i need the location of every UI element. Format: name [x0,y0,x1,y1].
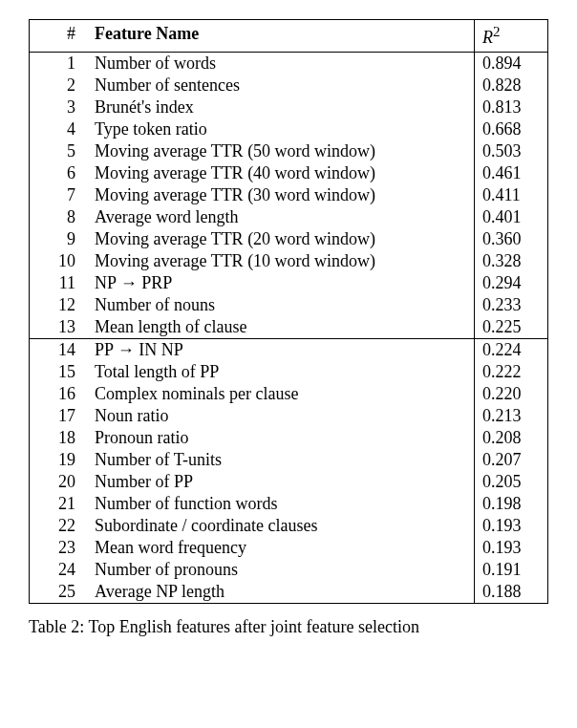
row-r2: 0.205 [475,471,548,493]
row-num: 3 [30,96,88,118]
table-row: 24Number of pronouns0.191 [30,559,548,581]
table-row: 4Type token ratio0.668 [30,118,548,140]
table-row: 23Mean word frequency0.193 [30,537,548,559]
row-num: 23 [30,537,88,559]
row-feature: Total length of PP [87,361,475,383]
row-r2: 0.294 [475,272,548,294]
row-num: 7 [30,184,88,206]
header-feature: Feature Name [87,20,475,53]
row-num: 4 [30,118,88,140]
row-r2: 0.198 [475,493,548,515]
row-r2: 0.224 [475,339,548,362]
row-num: 2 [30,75,88,96]
row-feature: Moving average TTR (50 word window) [87,140,475,162]
row-num: 17 [30,405,88,427]
table-row: 17Noun ratio0.213 [30,405,548,427]
table-row: 19Number of T-units0.207 [30,449,548,471]
row-feature: PP → IN NP [87,339,475,362]
row-feature: Moving average TTR (20 word window) [87,228,475,250]
row-r2: 0.188 [475,581,548,604]
row-num: 21 [30,493,88,515]
table-row: 12Number of nouns0.233 [30,294,548,316]
row-num: 25 [30,581,88,604]
row-r2: 0.668 [475,118,548,140]
row-num: 24 [30,559,88,581]
table-row: 3Brunét's index0.813 [30,96,548,118]
r-symbol: R [482,28,493,47]
row-feature: Subordinate / coordinate clauses [87,515,475,537]
table-row: 10Moving average TTR (10 word window)0.3… [30,250,548,272]
table-row: 20Number of PP0.205 [30,471,548,493]
row-num: 18 [30,427,88,449]
row-r2: 0.328 [475,250,548,272]
row-feature: Number of T-units [87,449,475,471]
row-r2: 0.207 [475,449,548,471]
row-feature: Type token ratio [87,118,475,140]
table-row: 15Total length of PP0.222 [30,361,548,383]
row-feature: Number of function words [87,493,475,515]
row-r2: 0.813 [475,96,548,118]
row-r2: 0.233 [475,294,548,316]
row-num: 9 [30,228,88,250]
row-num: 10 [30,250,88,272]
row-num: 19 [30,449,88,471]
row-feature: Complex nominals per clause [87,383,475,405]
row-feature: Number of PP [87,471,475,493]
table-body-group2: 14PP → IN NP0.22415Total length of PP0.2… [30,339,548,604]
row-feature: Number of pronouns [87,559,475,581]
feature-table: # Feature Name R2 1Number of words0.8942… [29,19,548,604]
row-feature: Average word length [87,206,475,228]
row-r2: 0.193 [475,537,548,559]
table-caption: Table 2: Top English features after join… [29,617,548,637]
table-row: 5Moving average TTR (50 word window)0.50… [30,140,548,162]
row-num: 16 [30,383,88,405]
row-feature: Moving average TTR (30 word window) [87,184,475,206]
row-feature: Brunét's index [87,96,475,118]
row-feature: Noun ratio [87,405,475,427]
table-row: 14PP → IN NP0.224 [30,339,548,362]
row-r2: 0.828 [475,75,548,96]
row-num: 1 [30,53,88,75]
table-row: 7Moving average TTR (30 word window)0.41… [30,184,548,206]
row-r2: 0.193 [475,515,548,537]
row-num: 13 [30,316,88,339]
row-feature: Number of nouns [87,294,475,316]
table-row: 6Moving average TTR (40 word window)0.46… [30,162,548,184]
row-num: 12 [30,294,88,316]
row-num: 22 [30,515,88,537]
row-feature: Mean length of clause [87,316,475,339]
table-row: 25Average NP length0.188 [30,581,548,604]
table-row: 18Pronoun ratio0.208 [30,427,548,449]
row-feature: Number of words [87,53,475,75]
row-r2: 0.222 [475,361,548,383]
table-row: 1Number of words0.894 [30,53,548,75]
table-row: 9Moving average TTR (20 word window)0.36… [30,228,548,250]
row-r2: 0.191 [475,559,548,581]
table-row: 8Average word length0.401 [30,206,548,228]
row-r2: 0.503 [475,140,548,162]
row-num: 8 [30,206,88,228]
row-feature: Number of sentences [87,75,475,96]
row-r2: 0.360 [475,228,548,250]
row-num: 20 [30,471,88,493]
header-num: # [30,20,88,53]
row-num: 11 [30,272,88,294]
row-r2: 0.220 [475,383,548,405]
row-feature: Pronoun ratio [87,427,475,449]
row-feature: Average NP length [87,581,475,604]
row-feature: NP → PRP [87,272,475,294]
table-header-row: # Feature Name R2 [30,20,548,53]
row-r2: 0.401 [475,206,548,228]
row-num: 5 [30,140,88,162]
row-r2: 0.213 [475,405,548,427]
table-row: 11NP → PRP0.294 [30,272,548,294]
row-num: 6 [30,162,88,184]
table-row: 2Number of sentences0.828 [30,75,548,96]
row-num: 14 [30,339,88,362]
row-feature: Mean word frequency [87,537,475,559]
table-row: 22Subordinate / coordinate clauses0.193 [30,515,548,537]
row-r2: 0.225 [475,316,548,339]
table-body-group1: 1Number of words0.8942Number of sentence… [30,53,548,339]
row-r2: 0.411 [475,184,548,206]
r-sup: 2 [493,24,501,39]
